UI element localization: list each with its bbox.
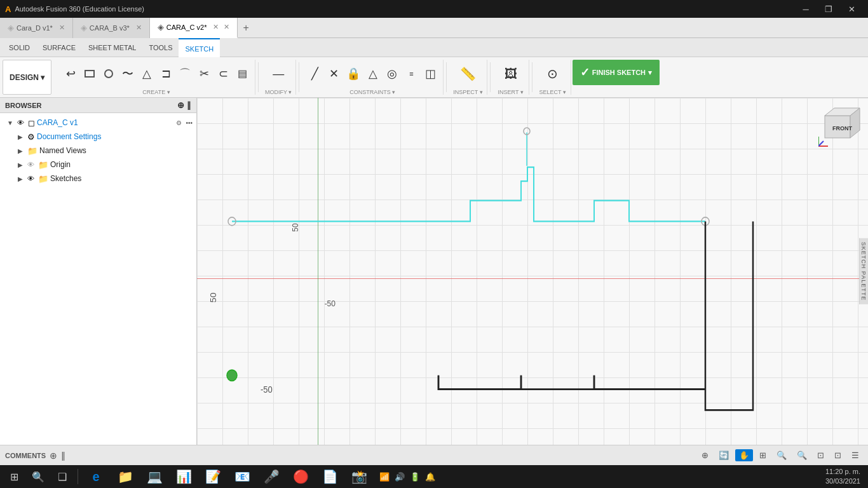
start-button[interactable]: ⊞ (3, 466, 25, 487)
new-tab-button[interactable]: + (238, 22, 254, 34)
constraint-parallel[interactable]: ╱ (306, 60, 323, 88)
browser-collapse-icon[interactable]: ‖ (187, 100, 191, 110)
tree-item-root[interactable]: ▼ 👁 ◻ CARA_C v1 ⚙ ••• (0, 116, 196, 130)
menu-sheet-metal[interactable]: SHEET METAL (82, 38, 142, 57)
menu-button[interactable]: ☰ (848, 449, 863, 461)
tree-settings-icon[interactable]: ⚙ (175, 119, 183, 126)
minimize-button[interactable]: ─ (794, 0, 817, 18)
comments-collapse-icon[interactable]: ‖ (61, 451, 65, 461)
select-button[interactable]: ⊙ (539, 60, 567, 88)
tree-item-origin[interactable]: ▶ 👁 📁 Origin (0, 158, 196, 172)
dimension-label-50: 50 (291, 223, 300, 231)
line-tool-button[interactable]: ↩ (62, 60, 79, 88)
constraint-tangent[interactable]: △ (364, 60, 382, 88)
tab-close-button[interactable]: ✕ (59, 24, 65, 32)
tree-item-sketches[interactable]: ▶ 👁 📁 Sketches (0, 172, 196, 186)
constraint-lock[interactable]: 🔒 (344, 60, 363, 88)
teams-button[interactable]: 🎤 (257, 466, 285, 487)
tree-item-doc-settings[interactable]: ▶ ⚙ Document Settings (0, 130, 196, 144)
polygon-tool-button[interactable]: △ (138, 60, 156, 88)
task-view-button[interactable]: ❑ (51, 466, 74, 487)
orbit-button[interactable]: ⊕ (698, 449, 712, 461)
tab-cara-d[interactable]: ◈ Cara_D v1* ✕ (0, 18, 73, 38)
display-button-1[interactable]: ⊡ (813, 449, 828, 461)
tree-item-named-views[interactable]: ▶ 📁 Named Views (0, 144, 196, 158)
tree-more-icon[interactable]: ••• (184, 119, 194, 126)
sketch-palette-toggle[interactable]: SKETCH PALETTE (859, 238, 868, 304)
explorer-button[interactable]: 📁 (111, 466, 139, 487)
tray-network-icon[interactable]: 📶 (379, 472, 390, 482)
eye-icon[interactable]: 👁 (27, 175, 34, 182)
constraint-mirror[interactable]: ◫ (421, 60, 439, 88)
search-button[interactable]: 🔍 (27, 466, 50, 487)
fit-button[interactable]: ⊞ (756, 449, 770, 461)
constraint-equal[interactable]: ≡ (402, 60, 420, 88)
tray-notification-icon[interactable]: 🔔 (425, 472, 435, 482)
tab-close-button[interactable]: ✕ (213, 23, 219, 31)
tree-expand-arrow[interactable]: ▼ (5, 119, 15, 126)
menu-sketch[interactable]: SKETCH (179, 38, 220, 57)
ppt-icon: 📝 (205, 469, 221, 484)
circle-tool-button[interactable] (100, 60, 118, 88)
taskbar-clock[interactable]: 11:20 p. m. 30/03/2021 (825, 467, 865, 487)
tab-close-button[interactable]: ✕ (136, 24, 142, 32)
pan-button[interactable]: 🔄 (715, 449, 733, 461)
menu-solid[interactable]: SOLID (3, 38, 36, 57)
computer-button[interactable]: 💻 (140, 466, 168, 487)
display-button-2[interactable]: ⊡ (831, 449, 845, 461)
tray-volume-icon[interactable]: 🔊 (395, 472, 405, 482)
tangent-icon: △ (369, 68, 377, 79)
ribbon-group-insert: 🖼 INSERT ▾ (493, 60, 529, 95)
tree-expand-arrow[interactable]: ▶ (15, 161, 25, 168)
comments-add-icon[interactable]: ⊕ (50, 451, 57, 461)
menu-tools[interactable]: TOOLS (142, 38, 179, 57)
measure-button[interactable]: 📏 (454, 60, 482, 88)
view-cube[interactable]: FRONT (818, 103, 863, 147)
constraint-concentric[interactable]: ◎ (383, 60, 401, 88)
comments-section: COMMENTS ⊕ ‖ (5, 451, 698, 461)
taskbar: ⊞ 🔍 ❑ e 📁 💻 📊 📝 📧 🎤 🔴 📄 📸 📶 🔊 🔋 🔔 (0, 465, 868, 488)
insert-image-button[interactable]: 🖼 (497, 60, 525, 88)
acrobat-button[interactable]: 📄 (316, 466, 344, 487)
modify-label: MODIFY ▾ (265, 88, 292, 95)
edge-button[interactable]: e (82, 466, 110, 487)
design-button[interactable]: DESIGN ▾ (3, 60, 51, 95)
rectangle-tool-button[interactable] (81, 60, 98, 88)
outlook-button[interactable]: 📧 (228, 466, 256, 487)
tree-expand-arrow[interactable]: ▶ (15, 147, 25, 154)
eye-icon[interactable]: 👁 (17, 119, 24, 126)
tree-expand-arrow[interactable]: ▶ (15, 133, 25, 140)
constraint-perp[interactable]: ✕ (325, 60, 342, 88)
arc-icon: 〜 (122, 68, 133, 79)
spline-tool-button[interactable]: ⌒ (176, 60, 194, 88)
restore-button[interactable]: ❐ (817, 0, 840, 18)
close-button[interactable]: ✕ (840, 0, 863, 18)
ribbon-group-inspect: 📏 INSPECT ▾ (449, 60, 487, 95)
photos-button[interactable]: 📸 (345, 466, 373, 487)
zoom-button[interactable]: ✋ (735, 449, 753, 461)
tab-cara-b[interactable]: ◈ CARA_B v3* ✕ (73, 18, 150, 38)
canvas-area[interactable]: 50 -50 50 -50 FRONT SKETCH PALETTE (197, 98, 868, 445)
modify-btn-1[interactable]: — (269, 60, 287, 88)
finish-sketch-button[interactable]: ✓ FINISH SKETCH ▾ (573, 60, 660, 85)
browser-expand-icon[interactable]: ⊕ (177, 100, 184, 110)
powerpoint-button[interactable]: 📝 (199, 466, 227, 487)
browser-header-controls: ⊕ ‖ (177, 100, 191, 110)
excel-button[interactable]: 📊 (170, 466, 198, 487)
lock-icon: 🔒 (346, 68, 360, 79)
menu-surface[interactable]: SURFACE (36, 38, 82, 57)
hatch-tool-button[interactable]: ▤ (233, 60, 251, 88)
arc-tool-button[interactable]: 〜 (119, 60, 137, 88)
zoom-in-button[interactable]: 🔍 (773, 449, 790, 461)
tree-expand-arrow[interactable]: ▶ (15, 175, 25, 182)
tab-cara-c[interactable]: ◈ CARA_C v2* ✕ ✕ (150, 18, 238, 38)
bottom-tools: ⊕ 🔄 ✋ ⊞ 🔍 🔍 ⊡ ⊡ ☰ (698, 449, 863, 461)
project-tool-button[interactable]: ⊂ (214, 60, 232, 88)
fusion-button[interactable]: 🔴 (287, 466, 315, 487)
finish-sketch-checkmark-icon: ✓ (580, 65, 590, 79)
tray-battery-icon[interactable]: 🔋 (410, 472, 420, 482)
eye-icon[interactable]: 👁 (27, 161, 34, 168)
trim-tool-button[interactable]: ✂ (195, 60, 213, 88)
slot-tool-button[interactable]: ⊐ (157, 60, 175, 88)
zoom-out-button[interactable]: 🔍 (793, 449, 811, 461)
